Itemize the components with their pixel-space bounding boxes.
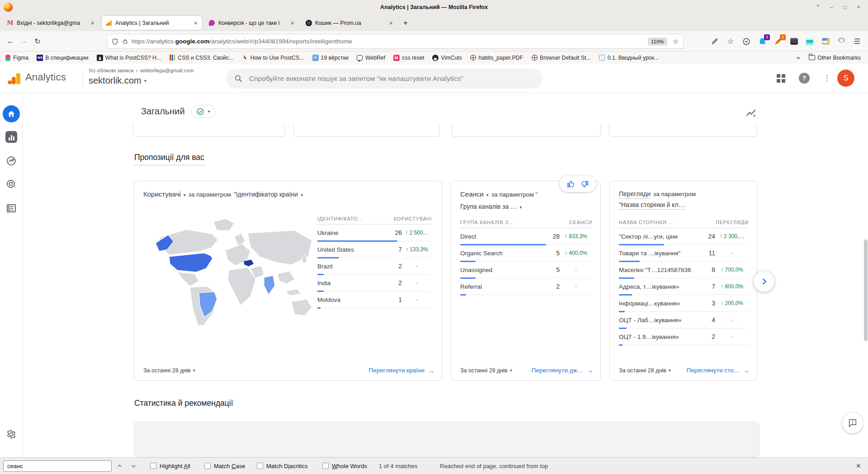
tab-close-icon[interactable]: × — [193, 19, 198, 27]
bookmark-item[interactable]: CSS и CSS3. Свойс... — [169, 55, 233, 61]
thumbs-down-icon[interactable] — [580, 180, 589, 188]
help-icon[interactable]: ? — [798, 72, 810, 84]
table-row[interactable]: India2 - — [317, 275, 432, 291]
bookmark-item[interactable]: WebRef — [357, 55, 385, 61]
data-status-pill[interactable] — [191, 105, 215, 118]
tab-close-icon[interactable]: × — [290, 19, 295, 27]
property-selector[interactable]: sektorlik.com — [89, 75, 146, 86]
view-countries-link[interactable]: Переглянути країни — [369, 366, 434, 374]
bookmark-star-icon[interactable]: ☆ — [673, 38, 679, 46]
table-row[interactable]: Unassigned5 - — [460, 262, 592, 278]
nav-explore-button[interactable] — [0, 155, 23, 166]
pocket-icon[interactable] — [742, 37, 751, 46]
tracking-shield-icon[interactable] — [112, 38, 118, 45]
new-tab-button[interactable]: + — [403, 19, 408, 28]
table-row[interactable]: Товари та …ікування"11 - — [619, 245, 749, 262]
bookmark-item[interactable]: ϟHow to Use PostCS... — [242, 55, 304, 61]
bookmarks-overflow-button[interactable]: » — [797, 54, 799, 61]
bookmark-item[interactable]: VimCuts — [432, 55, 462, 61]
table-row[interactable]: Organic Search5 400,0% — [460, 245, 592, 262]
bookmark-item[interactable]: W3В спецификации — [37, 55, 88, 61]
feedback-chat-button[interactable] — [842, 413, 863, 433]
metric-selector[interactable]: Користувачі — [143, 190, 181, 198]
find-next-button[interactable] — [131, 463, 137, 469]
nav-home-button[interactable] — [0, 105, 23, 122]
insights-icon[interactable] — [745, 108, 757, 121]
nav-library-button[interactable] — [0, 203, 23, 214]
period-selector[interactable]: За останні 28 днів — [143, 367, 195, 374]
other-bookmarks-button[interactable]: Other Bookmarks — [809, 55, 861, 61]
tab-conversion[interactable]: Конверсія - що це таке і × — [205, 16, 299, 30]
card-reader-extension-icon[interactable] — [789, 37, 798, 46]
url-bar[interactable]: https://analytics.google.com/analytics/w… — [107, 34, 684, 49]
dimension-selector[interactable]: Група каналів за … — [460, 203, 517, 210]
find-previous-button[interactable] — [117, 463, 123, 469]
ga-search-input[interactable] — [249, 75, 534, 83]
thumbs-up-icon[interactable] — [567, 180, 576, 188]
dimension-label[interactable]: "Назва сторінки й кл… — [619, 201, 685, 210]
table-row[interactable]: Direct28 833,3% — [460, 228, 592, 245]
checkbox[interactable] — [150, 463, 156, 469]
bookmark-item[interactable]: What is PostCSS? H... — [97, 55, 161, 61]
lock-icon[interactable] — [123, 38, 128, 45]
save-extension-icon[interactable] — [805, 37, 814, 46]
table-row[interactable]: ОЦТ - 1.9…ікування»2 - — [619, 329, 749, 345]
tab-prom[interactable]: Кошик — Prom.ua × — [302, 16, 397, 30]
table-row[interactable]: "Сектор лі…уги, ціни24 2 300,… — [619, 228, 749, 245]
forward-button[interactable]: → — [17, 37, 31, 45]
highlight-all-checkbox[interactable]: Highlight All — [150, 463, 190, 469]
table-row[interactable]: Ukraine26 2 500… — [317, 225, 432, 241]
match-case-checkbox[interactable]: Match Case — [204, 463, 245, 469]
account-avatar-icon[interactable] — [837, 37, 846, 46]
dimension-selector[interactable]: "Ідентифікатор країни — [234, 191, 298, 198]
period-selector[interactable]: За останні 28 днів — [460, 367, 512, 374]
pen-extension-icon[interactable]: 2 — [774, 37, 783, 46]
whole-words-checkbox[interactable]: Whole Words — [322, 463, 367, 469]
menu-hamburger-icon[interactable]: ☰ — [853, 37, 862, 46]
table-row[interactable]: Адреса, т…ікування»7 600,0% — [619, 278, 749, 295]
period-selector[interactable]: За останні 28 днів — [619, 367, 671, 374]
minimize-button[interactable]: − — [828, 4, 835, 10]
window-shade-icon[interactable]: ⌃ — [815, 4, 821, 10]
table-row[interactable]: Інформаці…кування»3 200,0% — [619, 295, 749, 312]
bookmark-item[interactable]: ✳19 вёрстки — [312, 55, 349, 61]
find-input[interactable] — [3, 460, 112, 472]
diagnostics-grid-icon[interactable] — [775, 72, 787, 84]
view-pages-link[interactable]: Переглянути сто… — [686, 366, 750, 374]
admin-gear-icon[interactable] — [0, 429, 23, 439]
carousel-next-button[interactable] — [754, 271, 774, 292]
bookmark-star-extension-icon[interactable]: ☆ — [726, 37, 735, 46]
metric-label[interactable]: Перегляди — [619, 190, 651, 199]
bookmark-item[interactable]: 0.1. Вводный урок... — [599, 55, 659, 61]
reload-button[interactable]: ↻ — [31, 37, 44, 46]
checkbox[interactable] — [322, 463, 329, 469]
match-diacritics-checkbox[interactable]: Match Diacritics — [257, 463, 308, 469]
account-breadcrumb[interactable]: Усі облікові записи › sektorlikga@gmail.… — [89, 68, 194, 73]
ga-search-bar[interactable] — [226, 69, 542, 89]
maximize-button[interactable]: □ — [842, 4, 848, 10]
panels-extension-icon[interactable] — [821, 37, 830, 46]
ghost-extension-icon[interactable]: 3 — [758, 37, 767, 46]
metric-selector[interactable]: Сеанси — [460, 190, 484, 198]
bookmark-item[interactable]: habits_paper.PDF — [470, 55, 523, 61]
vertical-scrollbar[interactable] — [864, 239, 868, 341]
tab-close-icon[interactable]: × — [388, 19, 394, 27]
highlighter-extension-icon[interactable] — [710, 37, 719, 46]
find-close-button[interactable]: × — [856, 461, 861, 471]
back-button[interactable]: ← — [4, 37, 17, 45]
table-row[interactable]: United States7 133,3% — [317, 241, 432, 258]
table-row[interactable]: Referral2 - — [460, 278, 592, 295]
table-row[interactable]: Brazil2 - — [317, 258, 432, 275]
zoom-level-badge[interactable]: 110% — [648, 38, 667, 46]
tab-analytics[interactable]: Analytics | Загальний × — [102, 16, 202, 30]
checkbox[interactable] — [257, 463, 263, 469]
user-avatar[interactable]: S — [837, 70, 854, 87]
kebab-menu-icon[interactable]: ⋮ — [821, 72, 833, 84]
view-sources-link[interactable]: Переглянути дж… — [532, 366, 593, 374]
bookmark-item[interactable]: Browser Default St... — [531, 55, 591, 61]
table-row[interactable]: ОЦТ - Лаб…ікування»4 - — [619, 312, 749, 329]
checkbox[interactable] — [204, 463, 211, 469]
table-row[interactable]: Moldova1 - — [317, 291, 432, 308]
close-button[interactable]: × — [855, 4, 862, 10]
nav-advertising-button[interactable] — [0, 179, 23, 190]
